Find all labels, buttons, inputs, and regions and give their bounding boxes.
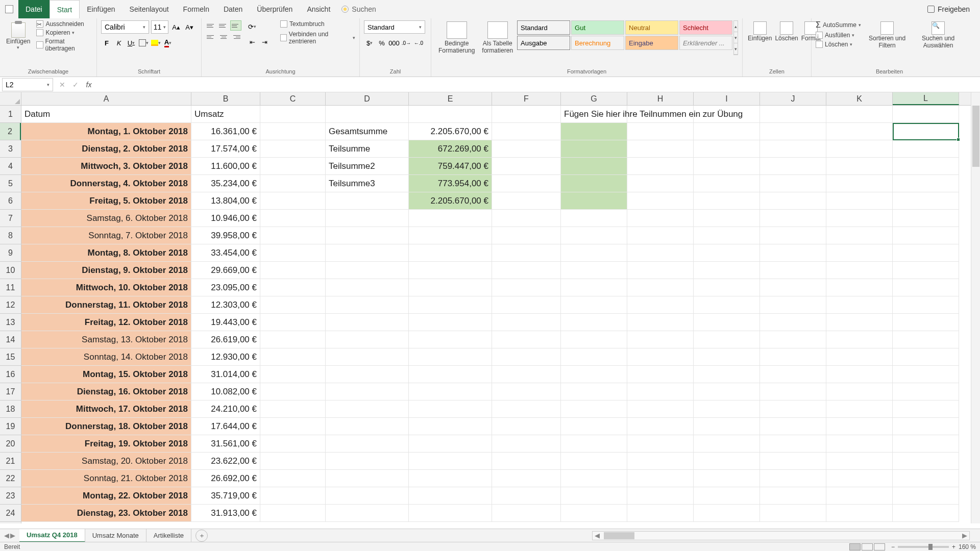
cell[interactable] (409, 418, 492, 435)
cell[interactable] (627, 175, 694, 192)
select-all-corner[interactable] (0, 92, 21, 106)
cell[interactable] (826, 296, 893, 314)
cell[interactable] (326, 210, 409, 227)
cell[interactable] (826, 348, 893, 366)
cell[interactable] (760, 331, 826, 348)
tab-ansicht[interactable]: Ansicht (300, 0, 337, 18)
font-name-combo[interactable]: Calibri▾ (101, 20, 149, 34)
italic-button[interactable]: K (113, 37, 125, 49)
cell[interactable] (627, 348, 694, 366)
cell[interactable] (561, 383, 627, 400)
row-header-13[interactable]: 13 (0, 314, 21, 331)
cell[interactable]: Mittwoch, 17. Oktober 2018 (21, 400, 191, 418)
cell[interactable] (561, 123, 627, 140)
name-box[interactable]: L2▾ (2, 78, 53, 91)
cell[interactable] (826, 244, 893, 262)
zoom-in-button[interactable]: + (952, 543, 955, 550)
wrap-text-button[interactable]: Textumbruch (280, 20, 355, 28)
align-center-button[interactable] (218, 32, 229, 42)
cell[interactable] (893, 348, 959, 366)
cell[interactable]: Montag, 15. Oktober 2018 (21, 366, 191, 383)
cell[interactable] (760, 470, 826, 487)
cell[interactable] (826, 453, 893, 470)
row-header-19[interactable]: 19 (0, 418, 21, 435)
cell[interactable] (409, 366, 492, 383)
cell[interactable] (326, 383, 409, 400)
row-header-15[interactable]: 15 (0, 348, 21, 366)
cell[interactable]: Teilsumme3 (326, 175, 409, 192)
paste-button[interactable]: Einfügen ▾ (4, 20, 32, 52)
cell[interactable] (893, 296, 959, 314)
font-color-button[interactable]: A▾ (162, 37, 174, 49)
cell[interactable] (492, 400, 561, 418)
cell[interactable]: Samstag, 6. Oktober 2018 (21, 210, 191, 227)
row-header-12[interactable]: 12 (0, 296, 21, 314)
cell[interactable] (561, 192, 627, 210)
cell[interactable]: 16.361,00 € (191, 123, 260, 140)
cell[interactable] (760, 296, 826, 314)
cell[interactable] (627, 123, 694, 140)
cut-button[interactable]: ✂Ausschneiden (36, 20, 92, 28)
cell[interactable] (326, 244, 409, 262)
tab-seitenlayout[interactable]: Seitenlayout (122, 0, 176, 18)
sheet-nav-arrows[interactable]: ◀▶ (0, 532, 19, 539)
cell[interactable] (492, 348, 561, 366)
cell[interactable] (694, 192, 760, 210)
col-header-E[interactable]: E (409, 92, 492, 105)
row-header-22[interactable]: 22 (0, 470, 21, 487)
cell[interactable]: Teilsumme (326, 140, 409, 158)
cell[interactable] (326, 453, 409, 470)
cell[interactable]: Montag, 1. Oktober 2018 (21, 123, 191, 140)
cell[interactable] (260, 158, 326, 175)
row-header-23[interactable]: 23 (0, 487, 21, 505)
cell[interactable]: 759.447,00 € (409, 158, 492, 175)
align-middle-button[interactable] (218, 20, 229, 31)
row-header-17[interactable]: 17 (0, 383, 21, 400)
cell[interactable] (326, 331, 409, 348)
cell[interactable] (694, 331, 760, 348)
cell[interactable] (760, 227, 826, 244)
cell[interactable]: Umsatz (191, 106, 260, 123)
style-standard[interactable]: Standard (517, 20, 570, 35)
cell[interactable] (561, 505, 627, 522)
cell[interactable] (893, 453, 959, 470)
cell[interactable] (492, 296, 561, 314)
row-header-10[interactable]: 10 (0, 262, 21, 279)
cell[interactable] (492, 244, 561, 262)
cell[interactable] (893, 470, 959, 487)
cell[interactable] (694, 435, 760, 453)
cell[interactable]: 31.561,00 € (191, 435, 260, 453)
cell[interactable] (561, 140, 627, 158)
cell[interactable] (409, 244, 492, 262)
cell[interactable]: 19.443,00 € (191, 314, 260, 331)
cell[interactable] (760, 314, 826, 331)
cell[interactable] (326, 279, 409, 296)
save-icon[interactable] (5, 5, 13, 13)
cell[interactable] (760, 366, 826, 383)
style-neutral[interactable]: Neutral (625, 20, 678, 35)
sheet-tab-2[interactable]: Umsatz Monate (85, 529, 146, 542)
tab-daten[interactable]: Daten (216, 0, 250, 18)
bold-button[interactable]: F (101, 37, 112, 49)
col-header-D[interactable]: D (326, 92, 409, 105)
cell[interactable] (826, 331, 893, 348)
cell[interactable] (409, 314, 492, 331)
cell[interactable] (627, 296, 694, 314)
cell[interactable] (893, 331, 959, 348)
row-header-21[interactable]: 21 (0, 453, 21, 470)
cell[interactable] (326, 470, 409, 487)
cell[interactable] (627, 314, 694, 331)
cell[interactable] (826, 210, 893, 227)
align-right-button[interactable] (230, 32, 241, 42)
zoom-slider[interactable] (898, 546, 949, 548)
worksheet-grid[interactable]: ABCDEFGHIJKL 123456789101112131415161718… (0, 92, 980, 533)
row-header-11[interactable]: 11 (0, 279, 21, 296)
cell[interactable] (893, 123, 959, 140)
cell[interactable] (826, 158, 893, 175)
autosum-button[interactable]: ΣAutoSumme▾ (816, 20, 861, 30)
cell[interactable] (760, 175, 826, 192)
cell[interactable]: 12.303,00 € (191, 296, 260, 314)
cell[interactable] (260, 262, 326, 279)
cell[interactable] (826, 140, 893, 158)
cell[interactable]: Fügen Sie hier ihre Teilnummen ein zur Ü… (561, 106, 627, 123)
